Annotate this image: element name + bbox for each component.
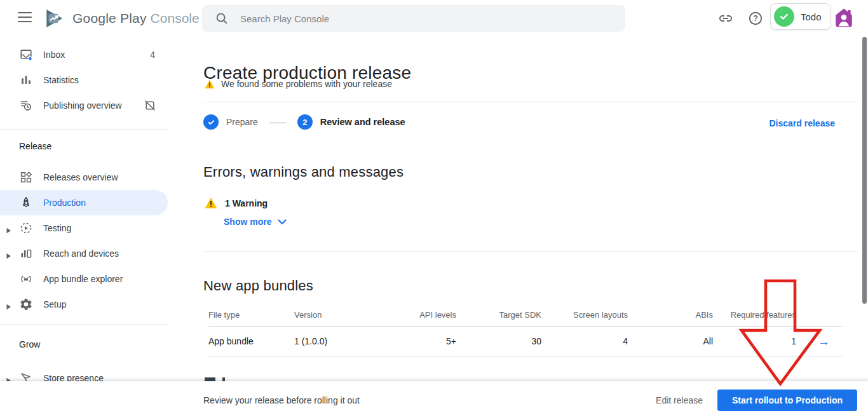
- inbox-icon: [19, 48, 33, 62]
- app-window: Google Play Console ? Todo: [0, 0, 868, 420]
- discard-release-button[interactable]: Discard release: [769, 118, 835, 128]
- stepper-connector: ——: [269, 117, 286, 127]
- show-more-label: Show more: [224, 217, 271, 227]
- release-problem-note: We found some problems with your release: [205, 79, 392, 89]
- column-version: Version: [294, 310, 370, 320]
- logo-suffix-text: Console: [151, 11, 200, 26]
- sidebar-item-label: App bundle explorer: [43, 274, 123, 284]
- errors-section-heading: Errors, warnings and messages: [203, 164, 403, 180]
- footer-note: Review your release before rolling it ou…: [203, 395, 360, 405]
- sidebar-item-label: Setup: [43, 299, 67, 309]
- column-screen-layouts: Screen layouts: [541, 310, 628, 320]
- sidebar: Inbox 4 Statistics Publishing: [0, 37, 168, 381]
- sidebar-section-grow: Grow: [19, 339, 40, 349]
- link-icon[interactable]: [718, 11, 733, 26]
- sidebar-divider: [0, 324, 168, 325]
- search-bar[interactable]: [202, 5, 625, 32]
- check-circle-icon: [774, 6, 794, 27]
- section-divider: [203, 251, 858, 252]
- statistics-icon: [19, 73, 33, 87]
- expand-caret-icon[interactable]: [6, 225, 11, 231]
- release-action-bar: Review your release before rolling it ou…: [0, 381, 868, 420]
- cell-version: 1 (1.0.0): [294, 336, 370, 346]
- todo-status-chip[interactable]: Todo: [770, 3, 831, 30]
- cell-screen-layouts: 4: [541, 336, 628, 346]
- sidebar-item-label: Inbox: [43, 50, 65, 60]
- column-api-levels: API levels: [370, 310, 456, 320]
- column-abis: ABIs: [628, 310, 713, 320]
- main-content: Create production release We found some …: [168, 37, 868, 381]
- warning-count-label: 1 Warning: [225, 198, 268, 208]
- production-rocket-icon: [19, 196, 33, 210]
- sidebar-item-label: Production: [43, 198, 86, 208]
- cell-target-sdk: 30: [456, 336, 541, 346]
- todo-label: Todo: [801, 11, 822, 22]
- play-console-logo-icon: [42, 6, 66, 31]
- expand-caret-icon[interactable]: [6, 301, 11, 308]
- cell-required-features: 1: [713, 336, 796, 346]
- release-stepper: Prepare —— 2 Review and release: [203, 114, 405, 130]
- sidebar-section-release: Release: [19, 141, 51, 151]
- expand-caret-icon[interactable]: [6, 375, 11, 381]
- reach-and-devices-icon: [19, 247, 33, 261]
- sidebar-item-production[interactable]: Production: [0, 190, 168, 215]
- sidebar-item-app-bundle-explorer[interactable]: App bundle explorer: [0, 266, 168, 292]
- header-divider: [203, 102, 858, 102]
- show-more-button[interactable]: Show more: [224, 217, 287, 227]
- logo-brand-text: Google Play: [72, 11, 147, 26]
- bundle-table-row: App bundle 1 (1.0.0) 5+ 30 4 All 1 →: [208, 327, 843, 356]
- cell-abis: All: [628, 336, 713, 346]
- sidebar-item-label: Releases overview: [43, 172, 118, 182]
- account-avatar[interactable]: [833, 7, 855, 29]
- cell-file-type: App bundle: [208, 336, 294, 346]
- inbox-count-badge: 4: [150, 50, 155, 60]
- step-review-label[interactable]: Review and release: [320, 117, 405, 127]
- testing-icon: [19, 221, 33, 235]
- releases-overview-icon: [19, 170, 33, 184]
- app-bundle-explorer-icon: [19, 272, 33, 286]
- chevron-down-icon: [278, 219, 287, 225]
- sidebar-item-inbox[interactable]: Inbox 4: [0, 42, 168, 67]
- publishing-paused-icon: [144, 99, 156, 112]
- edit-release-button[interactable]: Edit release: [652, 390, 707, 410]
- bundles-table-header: File type Version API levels Target SDK …: [208, 304, 843, 327]
- step-review-number[interactable]: 2: [297, 114, 313, 130]
- column-required-features: Required features: [713, 310, 796, 320]
- sidebar-item-testing[interactable]: Testing: [0, 215, 168, 241]
- column-target-sdk: Target SDK: [456, 310, 541, 320]
- search-icon: [215, 11, 229, 25]
- sidebar-item-label: Statistics: [43, 75, 79, 85]
- sidebar-item-setup[interactable]: Setup: [0, 292, 168, 317]
- warning-icon: [205, 79, 215, 89]
- step-prepare-label[interactable]: Prepare: [226, 117, 258, 127]
- bundles-section-heading: New app bundles: [203, 278, 313, 294]
- bundle-details-arrow-icon[interactable]: →: [818, 335, 830, 348]
- sidebar-divider: [0, 129, 168, 130]
- svg-text:?: ?: [753, 14, 758, 23]
- expand-caret-icon[interactable]: [6, 250, 11, 257]
- sidebar-item-label: Testing: [43, 223, 71, 233]
- search-input[interactable]: [239, 13, 572, 25]
- cell-api-levels: 5+: [370, 336, 456, 346]
- publishing-overview-icon: [19, 98, 33, 112]
- column-file-type: File type: [208, 310, 294, 320]
- sidebar-item-label: Reach and devices: [43, 248, 119, 259]
- setup-gear-icon: [19, 297, 33, 311]
- sidebar-item-releases-overview[interactable]: Releases overview: [0, 165, 168, 190]
- google-play-console-logo[interactable]: Google Play Console: [42, 6, 200, 31]
- sidebar-item-publishing-overview[interactable]: Publishing overview: [0, 93, 168, 118]
- warning-icon: [205, 197, 217, 209]
- warning-summary-row: 1 Warning: [205, 197, 268, 209]
- help-icon[interactable]: ?: [748, 11, 763, 26]
- top-bar: Google Play Console ? Todo: [0, 0, 868, 37]
- sidebar-item-statistics[interactable]: Statistics: [0, 67, 168, 93]
- sidebar-item-reach-and-devices[interactable]: Reach and devices: [0, 241, 168, 266]
- start-rollout-button[interactable]: Start rollout to Production: [717, 390, 857, 411]
- vertical-scrollbar-thumb[interactable]: [862, 37, 867, 304]
- menu-icon[interactable]: [18, 12, 33, 25]
- release-problem-text: We found some problems with your release: [221, 79, 392, 89]
- sidebar-item-label: Publishing overview: [43, 100, 122, 111]
- step-prepare-check-icon[interactable]: [203, 114, 219, 130]
